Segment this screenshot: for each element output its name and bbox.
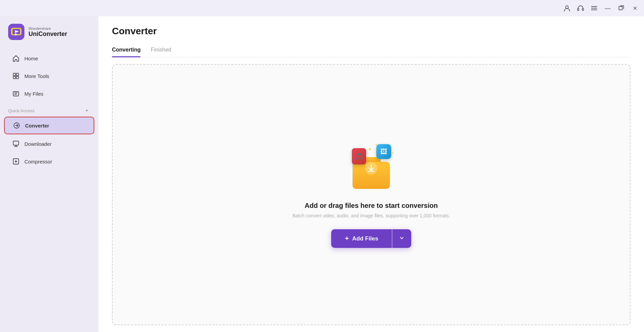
svg-rect-6 [619, 6, 622, 10]
svg-marker-9 [15, 30, 19, 33]
sidebar-item-my-files[interactable]: My Files [4, 85, 94, 102]
folder-body [353, 162, 390, 189]
sparkle-icon-1: ✦ [368, 147, 372, 152]
main-content: Converter Converting Finished [98, 16, 644, 332]
add-files-label: Add Files [352, 235, 378, 242]
headset-icon[interactable] [577, 4, 584, 12]
app-body: Wondershare UniConverter Home [0, 16, 644, 332]
home-icon [12, 55, 20, 62]
sidebar-item-more-tools[interactable]: More Tools [4, 68, 94, 84]
tab-finished[interactable]: Finished [151, 43, 171, 57]
menu-icon[interactable] [590, 4, 598, 12]
page-header: Converter Converting Finished [98, 16, 644, 57]
add-files-main-button[interactable]: + Add Files [331, 229, 392, 248]
minimize-button[interactable]: — [604, 4, 611, 12]
sidebar-item-home[interactable]: Home [4, 50, 94, 66]
image-card-icon: 🖼 [376, 144, 391, 159]
logo-icon [8, 24, 24, 40]
sidebar-item-converter-label: Converter [25, 123, 49, 129]
svg-rect-7 [8, 24, 24, 40]
quick-access-add-button[interactable]: + [83, 107, 90, 114]
logo-product: UniConverter [29, 31, 67, 38]
logo-text: Wondershare UniConverter [29, 26, 67, 38]
svg-rect-2 [582, 8, 584, 11]
quick-access-header: Quick Access + [0, 102, 98, 116]
more-tools-icon [12, 72, 20, 80]
svg-rect-8 [12, 28, 21, 35]
sparkle-icon-3: ✦ [392, 152, 394, 155]
add-files-button-group[interactable]: + Add Files [331, 229, 411, 248]
sidebar-item-compressor-label: Compressor [24, 159, 52, 164]
sparkle-icon-2: ✦ [375, 143, 378, 147]
page-title: Converter [112, 26, 630, 37]
tabs: Converting Finished [112, 43, 630, 57]
maximize-button[interactable] [618, 4, 625, 12]
svg-point-0 [566, 6, 568, 8]
user-icon[interactable] [563, 4, 571, 12]
sidebar: Wondershare UniConverter Home [0, 16, 98, 332]
sidebar-item-downloader-label: Downloader [24, 141, 52, 147]
tab-converting[interactable]: Converting [112, 43, 140, 57]
sidebar-item-home-label: Home [24, 56, 38, 61]
converter-icon [13, 122, 20, 129]
svg-rect-11 [16, 73, 19, 76]
sidebar-item-compressor[interactable]: Compressor [4, 153, 94, 170]
folder-arrow-icon [365, 162, 377, 175]
titlebar: — ✕ [0, 0, 644, 16]
drop-subtitle: Batch convert video, audio, and image fi… [292, 213, 450, 218]
svg-rect-13 [16, 76, 19, 79]
sidebar-item-more-tools-label: More Tools [24, 73, 49, 79]
svg-rect-18 [13, 141, 19, 145]
sidebar-item-downloader[interactable]: Downloader [4, 136, 94, 152]
drop-illustration: 🎵 🖼 ✦ ✦ ✦ [346, 141, 397, 192]
add-plus-icon: + [345, 235, 349, 242]
music-card-icon: 🎵 [352, 148, 366, 164]
svg-rect-10 [13, 73, 16, 76]
close-button[interactable]: ✕ [631, 4, 639, 12]
drop-title: Add or drag files here to start conversi… [305, 202, 438, 210]
downloader-icon [12, 140, 20, 148]
add-files-dropdown-button[interactable] [392, 229, 411, 248]
svg-rect-12 [13, 76, 16, 79]
sidebar-item-my-files-label: My Files [24, 91, 43, 97]
compressor-icon [12, 158, 20, 165]
my-files-icon [12, 90, 20, 97]
app-logo: Wondershare UniConverter [0, 16, 98, 50]
drop-zone[interactable]: 🎵 🖼 ✦ ✦ ✦ Add or drag files here to star… [112, 64, 630, 325]
svg-rect-14 [13, 92, 19, 96]
logo-brand: Wondershare [29, 26, 67, 31]
quick-access-label: Quick Access [8, 108, 35, 113]
svg-rect-1 [577, 8, 579, 11]
sidebar-item-converter[interactable]: Converter [4, 117, 94, 134]
